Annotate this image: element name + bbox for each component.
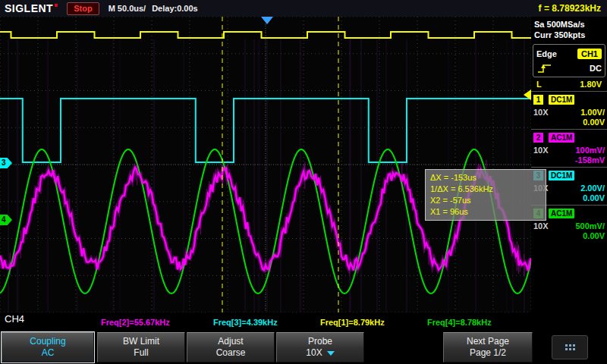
channel-1-offset: 0.00V (533, 118, 605, 127)
trigger-source-badge: CH1 (577, 49, 602, 59)
channel-2-number: 2 (533, 133, 543, 143)
menu-button-adjust-value: Coarse (187, 347, 274, 359)
trigger-level-value: 1.80V (580, 80, 602, 89)
sample-rate: Sa 500MSa/s (534, 19, 604, 30)
waveform-canvas (0, 17, 531, 312)
menu-button-coupling[interactable]: Coupling AC (2, 332, 94, 362)
menu-button-next-page-value: Page 1/2 (444, 347, 532, 359)
menu-button-probe-value: 10X (306, 347, 322, 358)
menu-more-button[interactable] (552, 335, 588, 359)
acquisition-info: Sa 500MSa/s Curr 350kpts (531, 17, 607, 42)
menu-button-probe[interactable]: Probe 10X (276, 332, 364, 362)
channel-1-info[interactable]: 1 DC1M 10X 1.00V/ 0.00V (531, 91, 607, 129)
timebase-readout: M 50.0us/ (109, 4, 146, 13)
trigger-info-panel[interactable]: Edge CH1 DC (533, 44, 605, 77)
menu-button-coupling-value: AC (2, 347, 93, 359)
menu-more-area (534, 332, 605, 362)
menu-button-next-page[interactable]: Next Page Page 1/2 (443, 332, 533, 362)
menu-button-coupling-title: Coupling (2, 336, 93, 347)
channel-4-scale: 500mV/ (575, 221, 605, 231)
cursor-readout: ΔX = -153us 1/ΔX = 6.536kHz X2 = -57us X… (425, 169, 546, 221)
active-channel-label: CH4 (5, 313, 24, 325)
channel-2-info[interactable]: 2 AC1M 10X 100mV/ -158mV (531, 129, 607, 167)
measurement-freq-ch2: Freq[2]=55.67kHz (101, 318, 170, 327)
channel-2-offset: -158mV (533, 155, 605, 165)
channel-4-offset: 0.00V (533, 231, 605, 240)
measurement-freq-ch1: Freq[1]=8.79kHz (320, 318, 385, 327)
channel-1-scale: 1.00V/ (580, 108, 605, 117)
delay-readout: Delay:0.00s (152, 4, 198, 13)
main-content: 3 4 ΔX = -153us 1/ΔX = 6.536kHz X2 = -57… (0, 17, 607, 312)
dropdown-arrow-icon (327, 351, 335, 356)
trigger-position-marker-icon[interactable] (261, 17, 273, 24)
measurement-freq-ch3: Freq[3]=4.39kHz (213, 318, 278, 327)
channel-1-coupling-badge: DC1M (549, 95, 574, 105)
measurement-row: CH4 Freq[2]=55.67kHz Freq[3]=4.39kHz Fre… (0, 312, 607, 331)
cursor-x1: X1 = 96us (430, 206, 541, 218)
channel-4-coupling-badge: AC1M (549, 209, 574, 218)
dot-grid-icon (565, 344, 568, 347)
channel-1-number: 1 (533, 95, 543, 105)
frequency-counter: f = 8.78923kHz (539, 3, 607, 14)
cursor-delta-x: ΔX = -153us (430, 172, 541, 184)
trigger-mode-label: Edge (536, 49, 557, 58)
channel-2-coupling-badge: AC1M (549, 133, 574, 143)
channel-2-scale: 100mV/ (575, 146, 605, 155)
measurement-freq-ch4: Freq[4]=8.78kHz (427, 318, 492, 327)
channel-2-probe: 10X (533, 146, 549, 155)
menu-button-adjust[interactable]: Adjust Coarse (187, 332, 275, 362)
right-sidebar: Sa 500MSa/s Curr 350kpts Edge CH1 DC L (531, 17, 607, 312)
top-status-bar: SIGLENT Stop M 50.0us/ Delay:0.00s f = 8… (0, 0, 607, 17)
trigger-level-label: L (536, 80, 542, 89)
trigger-level-readout: L 1.80V (531, 77, 607, 91)
menu-button-next-page-title: Next Page (444, 336, 532, 347)
oscilloscope-screen: SIGLENT Stop M 50.0us/ Delay:0.00s f = 8… (0, 0, 607, 364)
trigger-level-marker-icon[interactable] (524, 89, 531, 100)
channel-1-probe: 10X (533, 108, 549, 117)
cursor-x2: X2 = -57us (430, 195, 541, 206)
menu-button-adjust-title: Adjust (187, 336, 274, 347)
menu-button-probe-title: Probe (277, 336, 363, 347)
channel-4-probe: 10X (533, 221, 549, 231)
run-state-badge[interactable]: Stop (67, 2, 99, 15)
edge-trigger-icon (536, 62, 553, 74)
waveform-display[interactable]: 3 4 ΔX = -153us 1/ΔX = 6.536kHz X2 = -57… (0, 17, 531, 312)
brand-logo: SIGLENT (0, 2, 53, 14)
trigger-coupling-label: DC (590, 64, 602, 73)
menu-button-bw-limit-title: BW Limit (98, 336, 184, 347)
channel-3-scale: 2.00V/ (580, 184, 605, 193)
menu-button-bw-limit[interactable]: BW Limit Full (97, 332, 185, 362)
menu-button-bw-limit-value: Full (98, 347, 184, 359)
softkey-menu-bar: Coupling AC BW Limit Full Adjust Coarse … (0, 331, 607, 364)
cursor-inverse-delta-x: 1/ΔX = 6.536kHz (430, 184, 541, 195)
memory-depth: Curr 350kpts (534, 30, 604, 40)
channel-3-coupling-badge: DC1M (549, 171, 574, 180)
brand-logo-dot-icon (55, 4, 58, 7)
